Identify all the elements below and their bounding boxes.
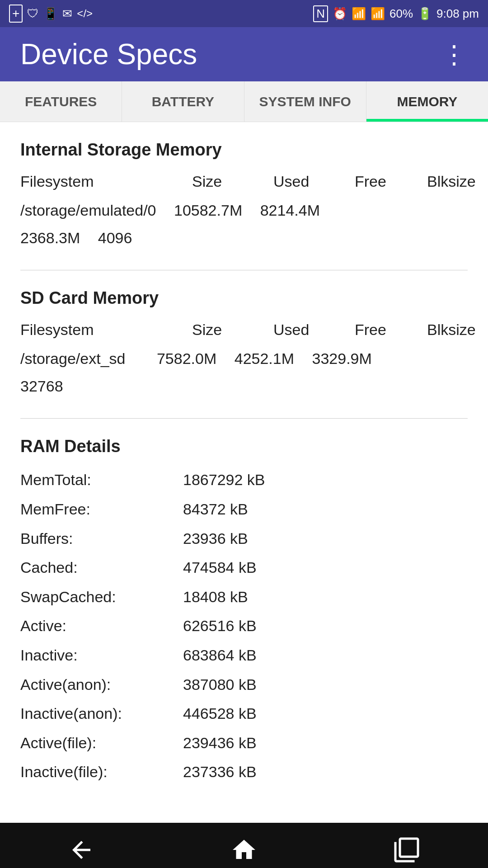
tabs-bar: FEATURES BATTERY SYSTEM INFO MEMORY bbox=[0, 81, 488, 122]
ram-value-1: 84372 kB bbox=[183, 495, 248, 524]
ram-row: MemFree:84372 kB bbox=[20, 495, 468, 524]
recents-button[interactable] bbox=[384, 832, 429, 868]
more-menu-button[interactable]: ⋮ bbox=[441, 40, 468, 69]
ram-row: MemTotal:1867292 kB bbox=[20, 465, 468, 495]
ram-row: Inactive(file):237336 kB bbox=[20, 757, 468, 787]
code-icon: </> bbox=[77, 7, 93, 20]
home-icon bbox=[230, 836, 258, 863]
tab-memory[interactable]: MEMORY bbox=[366, 81, 488, 122]
ram-title: RAM Details bbox=[20, 437, 468, 456]
ram-label-8: Inactive(anon): bbox=[20, 699, 183, 728]
email-icon: ✉ bbox=[62, 7, 72, 21]
ram-row: Inactive(anon):446528 kB bbox=[20, 699, 468, 728]
internal-storage-data-row: /storage/emulated/0 10582.7M 8214.4M 236… bbox=[20, 197, 468, 252]
divider-2 bbox=[20, 418, 468, 419]
internal-col-size-header: Size bbox=[192, 169, 273, 195]
ram-table: MemTotal:1867292 kBMemFree:84372 kBBuffe… bbox=[20, 465, 468, 787]
signal-icon: 📶 bbox=[371, 7, 385, 21]
app-bar: Device Specs ⋮ bbox=[0, 27, 488, 81]
ram-label-6: Inactive: bbox=[20, 641, 183, 670]
internal-storage-section: Internal Storage Memory Filesystem Size … bbox=[20, 140, 468, 252]
ram-value-7: 387080 kB bbox=[183, 670, 257, 699]
ram-label-7: Active(anon): bbox=[20, 670, 183, 699]
status-bar-left: + 🛡 📱 ✉ </> bbox=[9, 5, 93, 23]
wifi-icon: 📶 bbox=[352, 7, 366, 21]
tab-system-info[interactable]: SYSTEM INFO bbox=[244, 81, 366, 122]
alarm-icon: ⏰ bbox=[333, 7, 347, 21]
back-icon bbox=[68, 836, 95, 863]
ram-label-1: MemFree: bbox=[20, 495, 183, 524]
ram-label-5: Active: bbox=[20, 611, 183, 641]
ram-row: Active(anon):387080 kB bbox=[20, 670, 468, 699]
ram-section: RAM Details MemTotal:1867292 kBMemFree:8… bbox=[20, 437, 468, 787]
tab-battery[interactable]: BATTERY bbox=[122, 81, 244, 122]
tab-features[interactable]: FEATURES bbox=[0, 81, 122, 122]
sd-card-table: Filesystem Size Used Free Blksize /stora… bbox=[20, 317, 468, 400]
ram-row: Buffers:23936 kB bbox=[20, 524, 468, 553]
internal-col-free-header: Free bbox=[355, 169, 427, 195]
internal-storage-title: Internal Storage Memory bbox=[20, 140, 468, 160]
content-area: Internal Storage Memory Filesystem Size … bbox=[0, 122, 488, 823]
internal-col-blk-header: Blksize bbox=[427, 169, 476, 195]
ram-label-9: Active(file): bbox=[20, 728, 183, 758]
ram-value-9: 239436 kB bbox=[183, 728, 257, 758]
nfc-icon: N bbox=[313, 5, 328, 22]
ram-value-5: 626516 kB bbox=[183, 611, 257, 641]
ram-label-3: Cached: bbox=[20, 553, 183, 582]
ram-value-8: 446528 kB bbox=[183, 699, 257, 728]
sd-card-data-row: /storage/ext_sd 7582.0M 4252.1M 3329.9M … bbox=[20, 345, 468, 400]
shield-icon: 🛡 bbox=[27, 7, 39, 21]
recents-icon bbox=[393, 836, 420, 863]
home-button[interactable] bbox=[221, 832, 267, 868]
sd-col-used-header: Used bbox=[273, 317, 355, 343]
ram-value-0: 1867292 kB bbox=[183, 465, 265, 495]
sd-col-size-header: Size bbox=[192, 317, 273, 343]
battery-percent: 60% bbox=[389, 7, 413, 21]
internal-col-used-header: Used bbox=[273, 169, 355, 195]
ram-row: Active(file):239436 kB bbox=[20, 728, 468, 758]
internal-col-fs-header: Filesystem bbox=[20, 169, 192, 195]
ram-value-4: 18408 kB bbox=[183, 582, 248, 612]
ram-value-2: 23936 kB bbox=[183, 524, 248, 553]
ram-value-10: 237336 kB bbox=[183, 757, 257, 787]
battery-icon: 🔋 bbox=[418, 7, 432, 21]
ram-row: SwapCached:18408 kB bbox=[20, 582, 468, 612]
sd-card-title: SD Card Memory bbox=[20, 288, 468, 308]
ram-label-4: SwapCached: bbox=[20, 582, 183, 612]
sd-col-blk-header: Blksize bbox=[427, 317, 476, 343]
ram-value-3: 474584 kB bbox=[183, 553, 257, 582]
sd-col-fs-header: Filesystem bbox=[20, 317, 192, 343]
status-bar-right: N ⏰ 📶 📶 60% 🔋 9:08 pm bbox=[313, 5, 479, 22]
ram-row: Inactive:683864 kB bbox=[20, 641, 468, 670]
back-button[interactable] bbox=[59, 832, 104, 868]
ram-row: Active:626516 kB bbox=[20, 611, 468, 641]
app-title: Device Specs bbox=[20, 38, 197, 71]
ram-label-10: Inactive(file): bbox=[20, 757, 183, 787]
divider-1 bbox=[20, 270, 468, 270]
ram-label-2: Buffers: bbox=[20, 524, 183, 553]
bottom-nav bbox=[0, 823, 488, 868]
ram-label-0: MemTotal: bbox=[20, 465, 183, 495]
ram-row: Cached:474584 kB bbox=[20, 553, 468, 582]
add-icon: + bbox=[9, 5, 23, 23]
ram-value-6: 683864 kB bbox=[183, 641, 257, 670]
sd-col-free-header: Free bbox=[355, 317, 427, 343]
whatsapp-icon: 📱 bbox=[43, 7, 58, 21]
internal-storage-table: Filesystem Size Used Free Blksize /stora… bbox=[20, 169, 468, 252]
status-bar: + 🛡 📱 ✉ </> N ⏰ 📶 📶 60% 🔋 9:08 pm bbox=[0, 0, 488, 27]
sd-card-section: SD Card Memory Filesystem Size Used Free… bbox=[20, 288, 468, 400]
clock: 9:08 pm bbox=[436, 7, 479, 21]
